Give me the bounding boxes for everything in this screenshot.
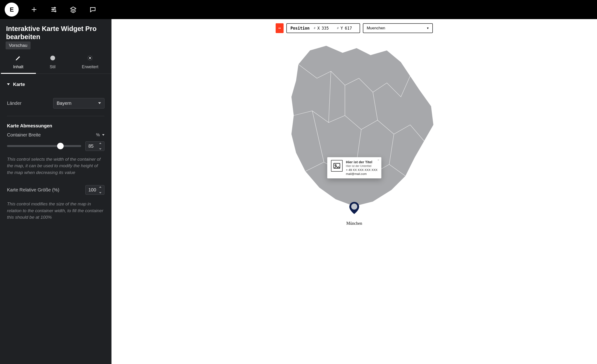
position-x-input[interactable]: [322, 26, 333, 30]
container-width-unit: %: [96, 133, 100, 137]
drag-handle[interactable]: [276, 23, 283, 33]
hash-icon: #: [314, 27, 315, 30]
position-readout: Position # X # Y: [286, 23, 360, 33]
divider: [7, 116, 104, 116]
stepper[interactable]: [99, 143, 103, 150]
location-select-value: Muenchen: [367, 26, 385, 30]
plus-icon[interactable]: [30, 5, 38, 14]
main-area: Interaktive Karte Widget Pro bearbeiten …: [0, 19, 597, 364]
stepper-down-icon[interactable]: [99, 192, 102, 194]
tab-advanced-label: Erweitert: [82, 65, 98, 69]
popup-phone: + 49 XX XXX XXX XXX: [346, 168, 377, 172]
svg-point-2: [55, 11, 56, 12]
svg-point-7: [351, 204, 357, 210]
chevron-down-icon: ▼: [426, 27, 429, 30]
popup-subtitle: Hier ist der Untertitel: [346, 164, 377, 168]
settings-sliders-icon[interactable]: [49, 5, 58, 14]
svg-point-1: [53, 9, 54, 10]
stepper-up-icon[interactable]: [99, 143, 102, 144]
panel-body: Karte Länder Bayern Karte Abmessungen Co…: [0, 74, 111, 364]
marker-popup: × Hier ist der Titel Hier ist der Untert…: [327, 157, 381, 178]
relative-size-help: This control modifies the size of the ma…: [7, 199, 104, 226]
image-placeholder-icon: [331, 160, 343, 172]
svg-point-4: [89, 57, 91, 59]
map-controls-row: Position # X # Y Muenchen ▼: [276, 23, 433, 33]
relative-size-input[interactable]: 100: [85, 185, 104, 195]
country-select[interactable]: Bayern: [53, 98, 104, 108]
stepper-down-icon[interactable]: [99, 148, 102, 150]
caret-down-icon: [7, 83, 10, 85]
city-label: München: [346, 221, 362, 226]
tab-content-label: Inhalt: [13, 65, 23, 69]
relative-size-value: 100: [88, 187, 96, 192]
chevron-down-icon: [98, 102, 101, 104]
preview-canvas: Position # X # Y Muenchen ▼: [111, 19, 597, 364]
position-y-input[interactable]: [345, 26, 356, 30]
dimensions-heading: Karte Abmessungen: [7, 118, 104, 131]
svg-point-6: [335, 165, 336, 166]
chevron-down-icon: [102, 134, 104, 136]
container-width-slider[interactable]: [7, 145, 81, 147]
popup-text: Hier ist der Titel Hier ist der Untertit…: [346, 160, 377, 176]
map-wrap: × Hier ist der Titel Hier ist der Untert…: [270, 36, 438, 355]
panel-title: Interaktive Karte Widget Pro bearbeiten: [0, 19, 111, 45]
tab-content[interactable]: Inhalt: [11, 55, 26, 74]
container-width-slider-row: 85: [7, 140, 104, 154]
y-letter: Y: [340, 26, 343, 30]
gear-icon: [87, 55, 93, 62]
popup-title: Hier ist der Titel: [346, 160, 377, 164]
map-marker[interactable]: [349, 202, 359, 214]
container-width-header: Container Breite %: [7, 131, 104, 140]
container-width-input[interactable]: 85: [85, 141, 104, 151]
hash-icon: #: [337, 27, 339, 30]
elementor-logo-glyph: E: [10, 6, 14, 13]
layers-icon[interactable]: [69, 5, 78, 14]
container-width-help: This control selects the width of the co…: [7, 154, 104, 181]
editor-side-panel: Interaktive Karte Widget Pro bearbeiten …: [0, 19, 111, 364]
tab-style[interactable]: Stil: [47, 55, 58, 74]
country-label: Länder: [7, 101, 22, 106]
stepper[interactable]: [99, 186, 103, 194]
preview-tooltip: Vorschau: [6, 41, 31, 49]
relative-size-row: Karte Relative Größe (%) 100: [7, 181, 104, 199]
preview-inner: Position # X # Y Muenchen ▼: [111, 19, 597, 364]
chat-icon[interactable]: [89, 5, 97, 14]
position-x: # X: [314, 26, 333, 30]
country-select-value: Bayern: [57, 101, 71, 106]
pencil-icon: [15, 55, 21, 62]
tab-style-label: Stil: [50, 65, 55, 69]
stepper-up-icon[interactable]: [99, 186, 102, 188]
topbar: E: [0, 0, 597, 19]
relative-size-label: Karte Relative Größe (%): [7, 187, 59, 193]
x-letter: X: [317, 26, 320, 30]
container-width-label: Container Breite: [7, 132, 41, 138]
popup-email: mail@mail.com: [346, 172, 377, 176]
accordion-karte[interactable]: Karte: [7, 74, 104, 94]
country-field-row: Länder Bayern: [7, 94, 104, 113]
accordion-karte-label: Karte: [13, 82, 25, 87]
popup-close[interactable]: ×: [377, 158, 379, 162]
position-label: Position: [291, 26, 310, 30]
panel-tabs: Inhalt Stil Erweitert: [0, 46, 111, 74]
tab-advanced[interactable]: Erweitert: [79, 55, 101, 74]
container-width-unit-select[interactable]: %: [96, 133, 104, 137]
location-select[interactable]: Muenchen ▼: [363, 23, 433, 33]
svg-point-0: [54, 7, 55, 8]
container-width-value: 85: [88, 144, 94, 149]
slider-thumb[interactable]: [57, 143, 64, 149]
bavaria-map[interactable]: [270, 36, 438, 213]
elementor-logo-button[interactable]: E: [5, 3, 19, 16]
position-y: # Y: [337, 26, 356, 30]
contrast-icon: [50, 55, 56, 62]
